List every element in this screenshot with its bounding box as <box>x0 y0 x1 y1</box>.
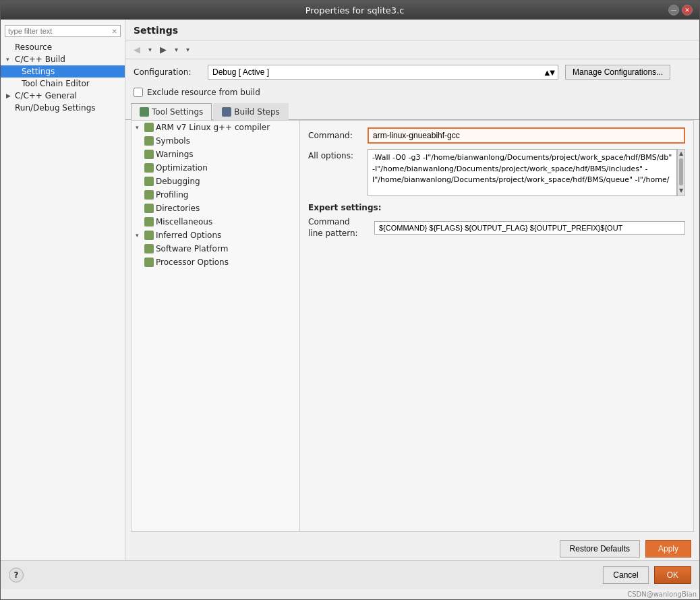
config-select[interactable]: Debug [ Active ] <box>208 65 558 79</box>
minimize-button[interactable]: — <box>668 5 679 16</box>
tool-tree-software-platform[interactable]: Software Platform <box>132 242 299 256</box>
sidebar-item-cpp-build[interactable]: ▾ C/C++ Build <box>1 53 125 65</box>
all-options-scrollbar[interactable]: ▲ ▼ <box>677 149 685 196</box>
config-row: Configuration: Debug [ Active ] ▲▼ Manag… <box>125 59 699 85</box>
nav-bar: ◀ ▾ ▶ ▾ ▾ <box>125 40 699 59</box>
profiling-icon <box>144 190 154 200</box>
nav-menu-dropdown[interactable]: ▾ <box>183 44 192 55</box>
sw-platform-icon <box>144 244 154 253</box>
help-button[interactable]: ? <box>9 568 24 582</box>
inferred-icon <box>144 231 154 240</box>
nav-forward-dropdown[interactable]: ▾ <box>172 44 181 55</box>
expand-arrow-cpp-build: ▾ <box>6 56 13 63</box>
nav-forward-button[interactable]: ▶ <box>157 43 169 56</box>
cancel-button[interactable]: Cancel <box>603 566 648 584</box>
filter-bar: ✕ <box>5 25 121 37</box>
compiler-icon <box>144 123 154 132</box>
sidebar-item-toolchain-editor[interactable]: Tool Chain Editor <box>1 78 125 90</box>
filter-input[interactable] <box>8 27 112 35</box>
config-label: Configuration: <box>134 67 201 77</box>
expand-compiler-arrow: ▾ <box>136 124 142 131</box>
sidebar-item-cpp-general[interactable]: ▶ C/C++ General <box>1 90 125 102</box>
title-bar: Properties for sqlite3.c — ✕ <box>1 1 699 20</box>
tool-tree-proc-options-label: Processor Options <box>156 258 229 267</box>
all-options-box: -Wall -O0 -g3 -I"/home/bianwanlong/Docum… <box>368 149 677 196</box>
manage-configurations-button[interactable]: Manage Configurations... <box>565 65 670 80</box>
all-options-row: All options: -Wall -O0 -g3 -I"/home/bian… <box>308 149 685 196</box>
close-button[interactable]: ✕ <box>682 5 693 16</box>
warnings-icon <box>144 150 154 159</box>
debugging-icon <box>144 177 154 186</box>
exclude-row: Exclude resource from build <box>125 85 699 102</box>
tool-tree-profiling-label: Profiling <box>156 190 189 200</box>
tool-tree-sw-platform-label: Software Platform <box>156 244 228 253</box>
config-select-wrap: Debug [ Active ] ▲▼ <box>208 65 558 80</box>
tool-tree-optimization-label: Optimization <box>156 163 208 173</box>
scroll-up-btn[interactable]: ▲ <box>678 150 684 157</box>
sidebar-item-resource[interactable]: Resource <box>1 41 125 53</box>
restore-defaults-button[interactable]: Restore Defaults <box>560 540 640 558</box>
command-field-label: Command: <box>308 131 362 140</box>
tab-tool-settings[interactable]: Tool Settings <box>131 103 212 120</box>
main-dialog: Properties for sqlite3.c — ✕ ✕ Resource … <box>0 0 700 600</box>
sidebar-item-cpp-general-label: C/C++ General <box>15 91 77 100</box>
dialog-title: Properties for sqlite3.c <box>41 5 668 16</box>
ok-button[interactable]: OK <box>654 566 691 584</box>
filter-clear-icon[interactable]: ✕ <box>112 28 117 35</box>
tool-tree-debugging-label: Debugging <box>156 177 200 186</box>
tab-build-steps[interactable]: Build Steps <box>213 103 289 120</box>
apply-button[interactable]: Apply <box>645 540 691 558</box>
misc-icon <box>144 217 154 227</box>
tabs-bar: Tool Settings Build Steps <box>125 102 699 120</box>
tool-tree-warnings-label: Warnings <box>156 150 194 159</box>
all-options-label: All options: <box>308 149 362 160</box>
all-options-container: -Wall -O0 -g3 -I"/home/bianwanlong/Docum… <box>368 149 685 196</box>
restore-apply-row: Restore Defaults Apply <box>125 536 699 560</box>
tab-tool-settings-label: Tool Settings <box>152 107 203 117</box>
tool-tree-inferred-options[interactable]: ▾ Inferred Options <box>132 229 299 242</box>
sidebar-item-cpp-build-label: C/C++ Build <box>15 55 65 64</box>
command-pattern-input[interactable] <box>374 221 685 235</box>
tool-tree-directories[interactable]: Directories <box>132 202 299 215</box>
tool-tree-optimization[interactable]: Optimization <box>132 161 299 175</box>
exclude-checkbox[interactable] <box>134 88 143 97</box>
sidebar-item-resource-label: Resource <box>15 42 52 52</box>
expert-settings-label: Expert settings: <box>308 203 685 212</box>
tool-settings-icon <box>140 107 149 117</box>
build-steps-icon <box>222 107 231 117</box>
tool-tree-compiler[interactable]: ▾ ARM v7 Linux g++ compiler <box>132 121 299 134</box>
tool-tree-miscellaneous[interactable]: Miscellaneous <box>132 215 299 229</box>
symbols-icon <box>144 136 154 146</box>
tool-tree-debugging[interactable]: Debugging <box>132 175 299 188</box>
expand-inferred-arrow: ▾ <box>136 232 142 239</box>
tool-tree-compiler-label: ARM v7 Linux g++ compiler <box>156 123 270 132</box>
sidebar-item-settings-label: Settings <box>22 67 55 76</box>
tool-tree-inferred-label: Inferred Options <box>156 231 221 240</box>
tool-tree-panel: ▾ ARM v7 Linux g++ compiler Symbols Warn… <box>132 121 300 531</box>
sidebar-item-run-debug[interactable]: Run/Debug Settings <box>1 102 125 114</box>
command-pattern-row: Commandline pattern: <box>308 216 685 239</box>
tab-build-steps-label: Build Steps <box>234 107 280 117</box>
expand-arrow-cpp-general: ▶ <box>6 92 13 99</box>
tool-tree-warnings[interactable]: Warnings <box>132 148 299 161</box>
sidebar-item-toolchain-label: Tool Chain Editor <box>22 79 90 88</box>
tool-tree-profiling[interactable]: Profiling <box>132 188 299 202</box>
tool-tree-directories-label: Directories <box>156 204 200 213</box>
directories-icon <box>144 204 154 213</box>
scroll-down-btn[interactable]: ▼ <box>678 187 684 194</box>
exclude-label: Exclude resource from build <box>147 88 260 97</box>
dialog-body: ✕ Resource ▾ C/C++ Build Settings Tool C… <box>1 20 699 560</box>
sidebar: ✕ Resource ▾ C/C++ Build Settings Tool C… <box>1 20 125 560</box>
nav-back-dropdown[interactable]: ▾ <box>146 44 154 55</box>
expert-section: Expert settings: Commandline pattern: <box>308 203 685 239</box>
optimization-icon <box>144 163 154 173</box>
command-input[interactable] <box>368 127 685 144</box>
command-row: Command: <box>308 127 685 144</box>
main-content: Settings ◀ ▾ ▶ ▾ ▾ Configuration: Debug … <box>125 20 699 560</box>
sidebar-item-settings[interactable]: Settings <box>1 65 125 78</box>
scroll-thumb[interactable] <box>679 158 683 185</box>
nav-back-button[interactable]: ◀ <box>131 43 143 56</box>
tool-tree-symbols[interactable]: Symbols <box>132 134 299 148</box>
sidebar-item-run-debug-label: Run/Debug Settings <box>15 103 96 113</box>
tool-tree-processor-options[interactable]: Processor Options <box>132 256 299 269</box>
